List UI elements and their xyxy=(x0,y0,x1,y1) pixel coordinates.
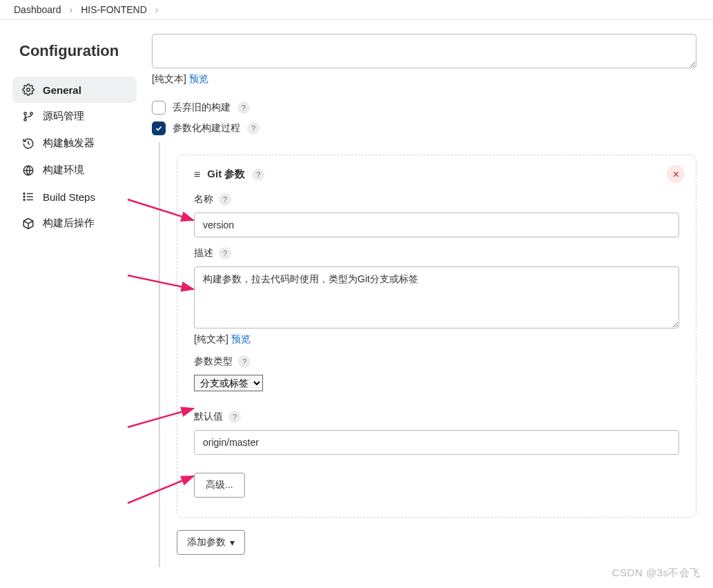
name-label: 名称 xyxy=(194,193,213,206)
main-content: [纯文本] 预览 丢弃旧的构建 ? 参数化构建过程 ? ≡ Git 参数 ? xyxy=(145,20,713,581)
sidebar-item-label: 构建触发器 xyxy=(43,137,95,150)
sidebar: Configuration General 源码管理 构建触发器 构建环境 xyxy=(0,20,145,245)
globe-icon xyxy=(22,164,35,177)
svg-point-10 xyxy=(23,199,25,201)
help-icon[interactable]: ? xyxy=(238,355,251,368)
package-icon xyxy=(22,217,35,230)
help-icon[interactable]: ? xyxy=(219,193,231,206)
preview-link[interactable]: 预览 xyxy=(189,73,208,84)
drag-handle-icon[interactable]: ≡ xyxy=(194,168,200,181)
history-icon xyxy=(22,137,35,150)
parameterized-build-label: 参数化构建过程 xyxy=(173,122,240,135)
default-value-input[interactable] xyxy=(194,430,679,455)
sidebar-item-scm[interactable]: 源码管理 xyxy=(12,103,137,130)
help-icon[interactable]: ? xyxy=(219,247,231,259)
breadcrumb-project[interactable]: HIS-FONTEND xyxy=(81,4,147,15)
gear-icon xyxy=(22,84,35,96)
help-icon[interactable]: ? xyxy=(252,168,264,181)
sidebar-item-label: 源码管理 xyxy=(43,110,84,123)
sidebar-item-post-build[interactable]: 构建后操作 xyxy=(12,210,137,237)
sidebar-item-environment[interactable]: 构建环境 xyxy=(12,157,137,184)
chevron-right-icon: › xyxy=(70,4,73,15)
sidebar-item-label: General xyxy=(43,84,81,96)
svg-point-2 xyxy=(24,118,26,120)
add-parameter-label: 添加参数 xyxy=(187,536,226,549)
svg-point-8 xyxy=(23,193,25,195)
caret-down-icon: ▾ xyxy=(230,537,235,548)
branch-icon xyxy=(22,110,35,123)
description-label: 描述 xyxy=(194,247,213,259)
plain-text-label: [纯文本] xyxy=(194,333,231,344)
svg-point-1 xyxy=(24,112,26,114)
help-icon[interactable]: ? xyxy=(247,122,260,135)
discard-old-builds-checkbox[interactable] xyxy=(152,101,166,115)
name-input[interactable] xyxy=(194,213,679,237)
list-icon xyxy=(22,190,35,203)
advanced-button[interactable]: 高级... xyxy=(194,473,245,498)
project-description[interactable] xyxy=(152,34,696,68)
sidebar-item-build-steps[interactable]: Build Steps xyxy=(12,184,137,210)
chevron-right-icon: › xyxy=(155,4,159,15)
svg-point-3 xyxy=(30,112,32,114)
discard-old-builds-label: 丢弃旧的构建 xyxy=(173,101,231,114)
param-type-select[interactable]: 分支或标签 xyxy=(194,375,263,391)
sidebar-item-general[interactable]: General xyxy=(12,77,137,103)
sidebar-item-label: 构建环境 xyxy=(43,164,84,177)
preview-link[interactable]: 预览 xyxy=(231,333,251,344)
plain-text-label: [纯文本] xyxy=(152,73,189,84)
sidebar-item-label: Build Steps xyxy=(43,191,95,203)
sidebar-item-label: 构建后操作 xyxy=(43,217,95,230)
help-icon[interactable]: ? xyxy=(237,101,250,114)
git-parameter-card: ≡ Git 参数 ? 名称 ? 描述 ? [纯文本] xyxy=(177,155,696,518)
remove-parameter-button[interactable] xyxy=(667,165,685,183)
add-parameter-button[interactable]: 添加参数 ▾ xyxy=(177,530,245,555)
svg-point-9 xyxy=(23,196,25,197)
page-title: Configuration xyxy=(19,42,137,60)
breadcrumb-dashboard[interactable]: Dashboard xyxy=(14,4,61,15)
description-textarea[interactable] xyxy=(194,266,679,329)
param-type-label: 参数类型 xyxy=(194,355,233,368)
svg-point-0 xyxy=(27,88,30,92)
breadcrumb: Dashboard › HIS-FONTEND › xyxy=(0,0,713,20)
help-icon[interactable]: ? xyxy=(228,411,241,423)
default-value-label: 默认值 xyxy=(194,411,223,423)
parameterized-build-checkbox[interactable] xyxy=(152,121,166,135)
description-format-row: [纯文本] 预览 xyxy=(152,73,696,86)
watermark: CSDN @3s不会飞 xyxy=(612,567,701,580)
sidebar-item-triggers[interactable]: 构建触发器 xyxy=(12,130,137,157)
git-parameter-title: Git 参数 xyxy=(207,168,245,181)
